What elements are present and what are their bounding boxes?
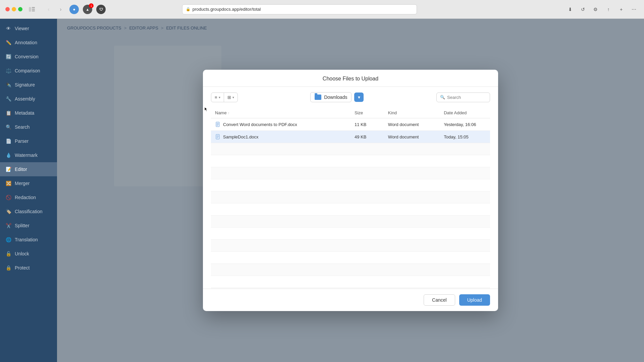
refresh-button[interactable]: ↺ — [578, 5, 588, 14]
view-toggle: ≡ ▾ ⊞ ▾ — [211, 93, 238, 102]
translation-icon: 🌐 — [5, 237, 11, 243]
sidebar-label-search: Search — [15, 124, 30, 130]
share-button[interactable]: ↑ — [604, 5, 613, 14]
sidebar-item-splitter[interactable]: ✂️ Splitter — [0, 219, 57, 233]
upload-button[interactable]: Upload — [459, 294, 490, 306]
sidebar-item-signature[interactable]: ✒️ Signature — [0, 78, 57, 92]
chevron-down-icon: ▾ — [358, 95, 360, 100]
grid-chevron-icon: ▾ — [232, 96, 234, 99]
window-controls — [5, 7, 22, 11]
file-date: Today, 15:05 — [440, 131, 490, 143]
file-kind: Word document — [384, 131, 440, 143]
folder-selector: Downloads ▾ — [242, 92, 432, 102]
file-name: SampleDoc1.docx — [223, 134, 259, 139]
dialog-toolbar: ≡ ▾ ⊞ ▾ Downloads — [211, 92, 490, 102]
redaction-icon: 🚫 — [5, 194, 11, 200]
sidebar-item-viewer[interactable]: 👁 Viewer — [0, 21, 57, 36]
sidebar-label-assembly: Assembly — [15, 96, 35, 102]
column-header-name[interactable]: Name ↑ — [211, 108, 351, 118]
sidebar-item-conversion[interactable]: 🔄 Conversion — [0, 50, 57, 64]
parser-icon: 📄 — [5, 138, 11, 144]
lock-icon: 🔒 — [186, 7, 191, 11]
dialog-title: Choose Files to Upload — [323, 76, 378, 81]
search-input[interactable] — [447, 95, 486, 100]
modal-overlay: Choose Files to Upload ≡ ▾ ⊞ — [57, 19, 644, 362]
close-window-button[interactable] — [5, 7, 10, 11]
new-tab-button[interactable]: + — [616, 5, 626, 14]
folder-expand-button[interactable]: ▾ — [354, 93, 364, 102]
empty-table-row — [211, 143, 490, 155]
sidebar-item-merger[interactable]: 🔀 Merger — [0, 176, 57, 190]
merger-icon: 🔀 — [5, 180, 11, 186]
back-button[interactable]: ‹ — [44, 5, 53, 14]
sidebar-label-parser: Parser — [15, 138, 29, 144]
sidebar-label-conversion: Conversion — [15, 54, 39, 59]
list-view-button[interactable]: ≡ ▾ — [211, 93, 224, 102]
sidebar-label-comparison: Comparison — [15, 68, 40, 73]
empty-table-row — [211, 155, 490, 167]
sidebar-label-editor: Editor — [15, 167, 27, 172]
grid-view-button[interactable]: ⊞ ▾ — [224, 93, 237, 102]
extension-icon-blue[interactable]: ● — [69, 5, 79, 14]
main-layout: 👁 Viewer ✏️ Annotation 🔄 Conversion ⚖️ C… — [0, 19, 644, 362]
sidebar-item-assembly[interactable]: 🔧 Assembly — [0, 92, 57, 106]
address-bar[interactable]: 🔒 products.groupdocs.app/editor/total — [182, 4, 417, 14]
table-row[interactable]: SampleDoc1.docx 49 KB Word document Toda… — [211, 131, 490, 143]
sidebar-label-watermark: Watermark — [15, 153, 38, 158]
sidebar-toggle-button[interactable] — [26, 5, 37, 14]
comparison-icon: ⚖️ — [5, 68, 11, 74]
sidebar-item-unlock[interactable]: 🔓 Unlock — [0, 247, 57, 261]
splitter-icon: ✂️ — [5, 223, 11, 229]
sidebar-item-translation[interactable]: 🌐 Translation — [0, 233, 57, 247]
sidebar-label-translation: Translation — [15, 237, 38, 242]
column-header-date: Date Added — [440, 108, 490, 118]
sidebar-item-comparison[interactable]: ⚖️ Comparison — [0, 64, 57, 78]
folder-name: Downloads — [324, 95, 347, 100]
sidebar-item-classification[interactable]: 🏷️ Classification — [0, 204, 57, 219]
list-view-icon: ≡ — [215, 95, 217, 100]
sidebar-item-parser[interactable]: 📄 Parser — [0, 134, 57, 148]
empty-table-row — [211, 228, 490, 240]
url-text: products.groupdocs.app/editor/total — [193, 7, 261, 12]
sidebar-item-protect[interactable]: 🔒 Protect — [0, 261, 57, 275]
downloads-button[interactable]: ⬇ — [566, 5, 575, 14]
extension-icon-notification[interactable]: ▲ 1 — [83, 5, 92, 14]
sidebar-label-annotation: Annotation — [15, 40, 37, 45]
sidebar-label-merger: Merger — [15, 181, 30, 186]
settings-button[interactable]: ⚙ — [591, 5, 600, 14]
file-icon — [215, 122, 220, 127]
file-icon — [215, 134, 220, 139]
sidebar-item-watermark[interactable]: 💧 Watermark — [0, 148, 57, 162]
dialog-header: Choose Files to Upload — [203, 70, 498, 87]
list-chevron-icon: ▾ — [219, 96, 220, 99]
unlock-icon: 🔓 — [5, 251, 11, 257]
file-table-body: Convert Word documents to PDF.docx 11 KB… — [211, 118, 490, 289]
sidebar-label-splitter: Splitter — [15, 223, 30, 228]
sidebar-label-metadata: Metadata — [15, 110, 34, 116]
sidebar-item-metadata[interactable]: 📋 Metadata — [0, 106, 57, 120]
table-row[interactable]: Convert Word documents to PDF.docx 11 KB… — [211, 118, 490, 131]
file-date: Yesterday, 16:06 — [440, 118, 490, 131]
sidebar-item-search[interactable]: 🔍 Search — [0, 120, 57, 134]
minimize-window-button[interactable] — [12, 7, 16, 11]
more-button[interactable]: ⋯ — [629, 5, 639, 14]
folder-pill: Downloads — [310, 92, 352, 102]
signature-icon: ✒️ — [5, 82, 11, 88]
cancel-button[interactable]: Cancel — [424, 294, 455, 306]
maximize-window-button[interactable] — [18, 7, 22, 11]
column-header-size: Size — [351, 108, 384, 118]
sidebar: 👁 Viewer ✏️ Annotation 🔄 Conversion ⚖️ C… — [0, 19, 57, 362]
browser-navigation: ‹ › — [44, 5, 65, 14]
file-size: 11 KB — [351, 118, 384, 131]
empty-table-row — [211, 179, 490, 191]
sidebar-item-annotation[interactable]: ✏️ Annotation — [0, 36, 57, 50]
forward-button[interactable]: › — [56, 5, 65, 14]
sidebar-item-redaction[interactable]: 🚫 Redaction — [0, 190, 57, 204]
browser-chrome: ‹ › ● ▲ 1 🛡 🔒 products.groupdocs.app/edi… — [0, 0, 644, 19]
extension-icon-shield[interactable]: 🛡 — [96, 5, 106, 14]
search-box[interactable]: 🔍 — [436, 93, 490, 102]
file-size: 49 KB — [351, 131, 384, 143]
sidebar-item-editor[interactable]: 📝 Editor — [0, 162, 57, 176]
conversion-icon: 🔄 — [5, 54, 11, 60]
svg-rect-3 — [32, 10, 35, 11]
